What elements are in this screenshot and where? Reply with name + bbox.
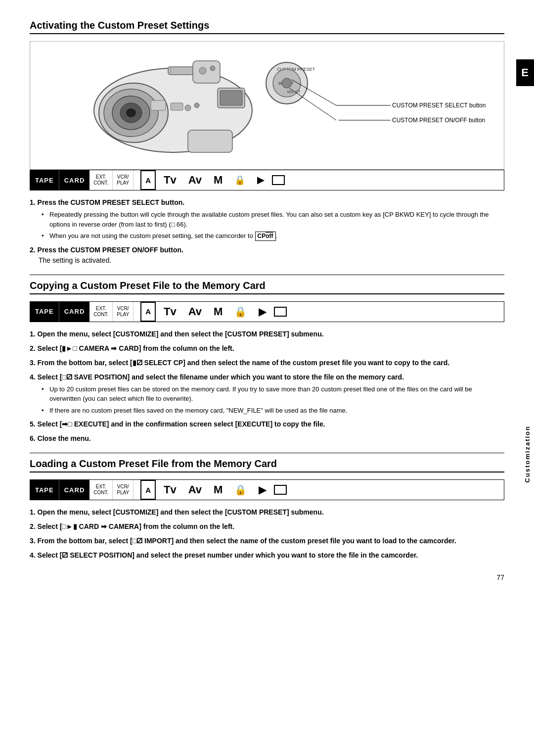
mode-bar-tape-3: TAPE [30,480,59,500]
svg-text:SEL CT: SEL CT [287,90,301,94]
svg-point-19 [282,78,292,88]
section3-sep [30,453,504,453]
svg-point-13 [210,66,215,71]
step-2-3: 3. From the bottom bar, select [▮⚂ SELEC… [30,358,504,368]
mode-bar-ext-2: EXT.CONT. [89,302,113,322]
svg-text:CUSTOM PRESET SELECT button: CUSTOM PRESET SELECT button [392,102,486,109]
svg-point-5 [126,108,136,117]
mode-bar-icons-1: A Tv Av M 🔒 ▶ [134,170,504,190]
cpoff-badge: CPoff [255,232,276,241]
step-text: Press the CUSTOM PRESET ON/OFF button. [38,246,183,254]
step-num: 1. [30,198,38,206]
mode-icon-a-box: A [140,170,156,190]
section1-title: Activating the Custom Preset Settings [30,20,504,34]
step-2-4: 4. Select [□⚂ SAVE POSITION] and select … [30,372,504,416]
section2-title: Copying a Custom Preset File to the Memo… [30,280,504,294]
mode-bar-vcr-1: VCR/PLAY [113,170,134,190]
mode-icon-rect [272,175,285,185]
step-text: 2. Select [□►▮ CARD ➡ CAMERA] from the c… [30,522,234,530]
svg-text:CUSTOM PRESET ON/OFF button: CUSTOM PRESET ON/OFF button [392,117,485,124]
mode-icon-vid: ▶ [253,170,268,190]
step-text: 4. Select [⚂ SELECT POSITION] and select… [30,551,418,559]
svg-line-21 [289,88,336,120]
customization-label: Customization [521,421,534,488]
step-text: 3. From the bottom bar, select [▮⚂ SELEC… [30,359,449,367]
mode-icon-av: Av [184,170,206,190]
step-text: 2. Select [▮►□ CAMERA ➡ CARD] from the c… [30,344,234,352]
step-1-1: 1. Press the CUSTOM PRESET SELECT button… [30,197,504,241]
svg-point-25 [194,103,199,108]
svg-rect-22 [151,100,166,110]
mode-bar-3: TAPE CARD EXT.CONT. VCR/PLAY A Tv Av M 🔒… [30,479,504,500]
step-3-1: 1. Open the menu, select [CUSTOMIZE] and… [30,507,504,518]
step-2-6: 6. Close the menu. [30,433,504,444]
mode-bar-icons-2: A Tv Av M 🔒 ▶ [134,302,504,322]
section3-title: Loading a Custom Preset File from the Me… [30,458,504,472]
mode-bar-vcr-2: VCR/PLAY [113,302,134,322]
mode-icon-lock: 🔒 [230,170,249,190]
mode-bar-tape-2: TAPE [30,302,59,322]
step-2-4-subs: Up to 20 custom preset files can be stor… [42,384,504,416]
mode-icon-a-box-3: A [140,480,156,500]
step-1-2: 2. Press the CUSTOM PRESET ON/OFF button… [30,245,504,266]
mode-bar-2: TAPE CARD EXT.CONT. VCR/PLAY A Tv Av M 🔒… [30,301,504,322]
section3-steps: 1. Open the menu, select [CUSTOMIZE] and… [30,507,504,561]
mode-icon-rect-3 [274,485,287,495]
mode-icon-a-box-2: A [140,302,156,322]
mode-icon-tv: Tv [160,170,180,190]
sub-item: Up to 20 custom preset files can be stor… [42,384,504,404]
step-3-4: 4. Select [⚂ SELECT POSITION] and select… [30,550,504,561]
camera-illustration: CUSTOM PRESET ON/OFF SEL CT [30,42,504,169]
svg-point-24 [185,105,191,111]
mode-icon-rect-2 [274,307,287,317]
step-2-5: 5. Select [➡□ EXECUTE] and in the confir… [30,419,504,429]
mode-bar-vcr-3: VCR/PLAY [113,480,134,500]
mode-icon-tv-2: Tv [160,302,180,322]
step-text: 6. Close the menu. [30,434,91,442]
mode-icon-av-2: Av [184,302,206,322]
svg-rect-8 [193,61,220,83]
step-num: 2. [30,246,38,254]
step-2-2: 2. Select [▮►□ CAMERA ➡ CARD] from the c… [30,343,504,354]
sub-item: If there are no custom preset files save… [42,406,504,416]
step-text: 5. Select [➡□ EXECUTE] and in the confir… [30,420,325,428]
section1-steps: 1. Press the CUSTOM PRESET SELECT button… [30,197,504,266]
svg-rect-23 [171,103,183,110]
mode-icon-lock-3: 🔒 [230,480,251,500]
mode-bar-ext-1: EXT.CONT. [89,170,113,190]
step-text: 1. Open the menu, select [CUSTOMIZE] and… [30,508,324,516]
mode-icon-m-2: M [210,302,226,322]
mode-bar-icons-3: A Tv Av M 🔒 ▶ [134,480,504,500]
mode-icon-tv-3: Tv [160,480,180,500]
step-1-1-subs: Repeatedly pressing the button will cycl… [42,210,504,241]
page-number: 77 [496,573,504,581]
mode-icon-m: M [210,170,226,190]
camera-image-box: CUSTOM PRESET ON/OFF SEL CT [30,41,504,170]
mode-bar-card-2: CARD [59,302,90,322]
side-tab-e: E [516,59,534,86]
sub-item: Repeatedly pressing the button will cycl… [42,210,504,229]
mode-icon-av-3: Av [184,480,206,500]
step-text: Press the CUSTOM PRESET SELECT button. [38,198,185,206]
mode-bar-card-1: CARD [59,170,90,190]
svg-rect-11 [188,130,232,152]
sub-item: When you are not using the custom preset… [42,231,504,241]
svg-rect-10 [220,91,242,105]
step-text: 3. From the bottom bar, select [□⚂ IMPOR… [30,537,456,545]
step-text: 4. Select [□⚂ SAVE POSITION] and select … [30,373,404,381]
mode-bar-card-3: CARD [59,480,90,500]
mode-icon-vid-3: ▶ [255,480,270,500]
step-text: 1. Open the menu, select [CUSTOMIZE] and… [30,330,324,338]
step-sub-text: The setting is activated. [39,255,504,266]
step-3-3: 3. From the bottom bar, select [□⚂ IMPOR… [30,536,504,546]
mode-icon-lock-2: 🔒 [230,302,251,322]
step-3-2: 2. Select [□►▮ CARD ➡ CAMERA] from the c… [30,521,504,532]
page-container: E Activating the Custom Preset Settings [0,0,534,596]
step-2-1: 1. Open the menu, select [CUSTOMIZE] and… [30,329,504,339]
mode-icon-m-3: M [210,480,226,500]
mode-icon-vid-2: ▶ [255,302,270,322]
mode-bar-tape-1: TAPE [30,170,59,190]
section2-sep [30,275,504,275]
section2-steps: 1. Open the menu, select [CUSTOMIZE] and… [30,329,504,444]
svg-point-12 [199,67,206,74]
